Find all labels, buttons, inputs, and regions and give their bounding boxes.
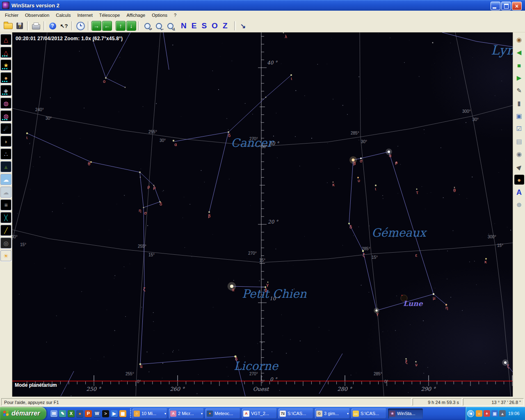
taskbar-button-outlook-items[interactable]: ○10 Mi...▾ <box>132 409 167 419</box>
quick-launch-bar: ✉✎X●PW>▶▦ <box>50 410 126 417</box>
toolbar-separator <box>138 21 140 30</box>
camera-icon[interactable]: ◉ <box>514 149 524 159</box>
quicklaunch-notes[interactable]: ✎ <box>59 410 66 417</box>
taskbar-button-gimp[interactable]: G3 gim...▾ <box>315 409 350 419</box>
pan-up-button[interactable]: ↑ <box>116 21 126 31</box>
pan-right-button[interactable]: → <box>91 21 101 31</box>
field-circle-icon[interactable]: ◎ <box>0 237 11 249</box>
constellation-lines-icon[interactable]: △ <box>0 34 11 45</box>
database-icon[interactable]: ▮ <box>514 98 524 108</box>
taskbar-button-firefox[interactable]: ●Meteoc... <box>205 409 240 419</box>
telescope-icon[interactable]: ▶ <box>512 160 525 174</box>
clouds-icon[interactable]: ☁ <box>0 187 11 198</box>
taskbar-button-gimp-icon: G <box>316 411 322 417</box>
taskbar-button-pdf[interactable]: AVGT_2... <box>242 409 277 419</box>
taskbar-button-label: 3 gim... <box>324 411 345 416</box>
quicklaunch-cmd[interactable]: > <box>102 410 109 417</box>
restore-button[interactable] <box>501 2 511 10</box>
sky-view[interactable]: CancerGémeauxPetit ChienLicorneLynLuneλο… <box>12 32 513 397</box>
arrow-left-icon: ← <box>104 23 110 29</box>
stars-icon[interactable]: ★ <box>0 59 11 71</box>
animation-icon[interactable]: ◉ <box>514 35 524 45</box>
save-button[interactable] <box>14 21 25 31</box>
planets-icon[interactable]: ● <box>0 72 11 83</box>
tray-collapse-button[interactable]: ◀ <box>467 410 474 417</box>
quicklaunch-outlook[interactable]: ✉ <box>50 410 57 417</box>
menu-fichier[interactable]: Fichier <box>2 11 22 19</box>
satellites-icon[interactable]: ◈ <box>0 85 11 96</box>
context-help-button[interactable]: ↖? <box>59 21 69 31</box>
tray-network-icon[interactable]: ▣ <box>491 410 498 417</box>
close-button[interactable]: × <box>512 2 522 10</box>
deep-sky-icon[interactable]: ∴ <box>0 148 11 160</box>
minimize-button[interactable] <box>491 2 500 10</box>
start-button[interactable]: démarrer <box>0 407 46 420</box>
menu-help[interactable]: ? <box>171 11 180 19</box>
toolbar-separator <box>234 21 236 30</box>
menu-tlescope[interactable]: Télescope <box>96 11 123 19</box>
play-button[interactable]: ▶ <box>514 73 524 83</box>
quicklaunch-mediaplayer[interactable]: ▶ <box>111 410 118 417</box>
step-back-button[interactable]: ◀ <box>514 48 524 57</box>
menu-observation[interactable]: Observation <box>22 11 52 19</box>
computer-icon[interactable]: ▣ <box>514 111 524 121</box>
print-button[interactable] <box>31 21 41 31</box>
menu-options[interactable]: Options <box>148 11 171 19</box>
tray-launcher-icon[interactable]: ▲ <box>499 410 506 417</box>
nebulae-icon[interactable]: ◍ <box>0 98 11 109</box>
grid-lines-icon[interactable]: ╳ <box>0 212 11 223</box>
direction-arrow-button[interactable]: ↘ <box>238 21 249 31</box>
quicklaunch-word[interactable]: W <box>94 410 100 417</box>
asteroids-icon[interactable]: ◗ <box>0 136 11 147</box>
constellation-labels-icon[interactable]: △ <box>0 47 11 58</box>
system-tray: ◀ ○+▣▲ 19:06 <box>465 407 525 420</box>
group-chevron-icon[interactable]: ▾ <box>201 412 203 415</box>
view-north-button[interactable]: N <box>181 21 187 30</box>
altitude-scale-icon[interactable]: ≡ <box>0 199 11 210</box>
stop-button[interactable]: ■ <box>514 60 524 70</box>
planet-image-icon[interactable]: ● <box>514 175 524 185</box>
view-south-button[interactable]: S <box>201 21 207 30</box>
pan-left-button[interactable]: ← <box>102 21 112 31</box>
quicklaunch-calendar[interactable]: ▦ <box>119 410 126 417</box>
edit-pen-icon[interactable]: ✎ <box>514 86 524 96</box>
taskbar-button-access[interactable]: A2 Micr...▾ <box>169 409 204 419</box>
ecliptic-line-icon[interactable]: ╱ <box>0 225 11 236</box>
time-button[interactable] <box>75 21 86 31</box>
view-east-button[interactable]: E <box>192 21 197 30</box>
comets-icon[interactable]: ☄ <box>0 123 11 134</box>
menu-internet[interactable]: Internet <box>74 11 96 19</box>
taskbar-button-explorer[interactable]: ▬S:\CAS... <box>352 409 386 419</box>
open-button[interactable] <box>3 21 14 31</box>
quicklaunch-powerpoint[interactable]: P <box>85 410 92 417</box>
task-check-icon[interactable]: ☑ <box>514 124 524 134</box>
taskbar-button-7zip-icon: 7z <box>280 411 286 417</box>
titlebar[interactable]: WinStars version 2 × <box>0 0 525 11</box>
view-west-button[interactable]: O <box>212 21 218 30</box>
taskbar-button-7zip[interactable]: 7zS:\CAS... <box>278 409 313 419</box>
menu-calculs[interactable]: Calculs <box>52 11 74 19</box>
zoom-in-button[interactable]: + <box>142 21 153 31</box>
tray-outlook-reminder-icon[interactable]: ○ <box>476 410 482 417</box>
landscape-icon[interactable]: ▲ <box>0 161 11 172</box>
view-zenith-button[interactable]: Z <box>223 21 228 30</box>
settings-gear-icon[interactable]: ☸ <box>514 200 524 210</box>
tray-security-icon[interactable]: + <box>484 410 490 417</box>
taskbar-button-outlook-items-icon: ○ <box>134 411 140 417</box>
help-button[interactable]: ? <box>47 21 58 31</box>
taskbar-buttons: ○10 Mi...▾A2 Micr...▾●Meteoc...AVGT_2...… <box>132 409 423 419</box>
pan-down-button[interactable]: ↓ <box>126 21 136 31</box>
zoom-out-button[interactable]: − <box>153 21 164 31</box>
quicklaunch-excel[interactable]: X <box>68 410 75 417</box>
taskbar-button-winstars[interactable]: ★WinSta... <box>388 409 423 419</box>
group-chevron-icon[interactable]: ▾ <box>347 412 349 415</box>
group-chevron-icon[interactable]: ▾ <box>164 412 166 415</box>
menu-affichage[interactable]: Affichage <box>123 11 148 19</box>
zoom-reset-button[interactable]: 1 <box>165 21 176 31</box>
labels-icon[interactable]: A <box>514 187 524 197</box>
quicklaunch-firefox[interactable]: ● <box>76 410 83 417</box>
night-mode-icon[interactable]: ☀ <box>0 250 11 261</box>
document-search-icon[interactable]: ▤ <box>514 137 524 146</box>
nebulae-labels-icon[interactable]: ◍ <box>0 110 11 121</box>
daylight-icon[interactable]: ☁ <box>0 174 11 185</box>
